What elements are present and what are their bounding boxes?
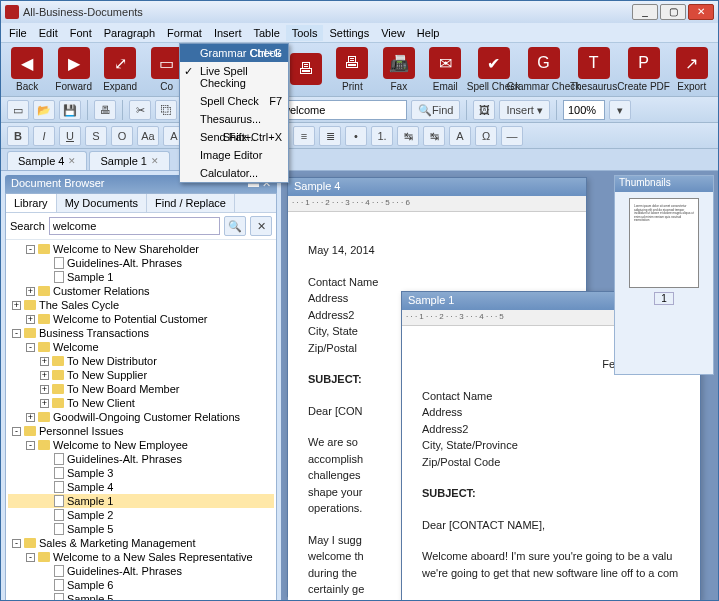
- tree-item[interactable]: +To New Distributor: [8, 354, 274, 368]
- toolbar-back[interactable]: ◀Back: [7, 47, 47, 92]
- expand-icon[interactable]: +: [12, 301, 21, 310]
- format-btn-11[interactable]: ≡: [293, 126, 315, 146]
- tree-item[interactable]: +Welcome to Potential Customer: [8, 312, 274, 326]
- menu-view[interactable]: View: [375, 25, 411, 41]
- menu-format[interactable]: Format: [161, 25, 208, 41]
- thumbnail-page[interactable]: Lorem ipsum dolor sit amet consectetur a…: [629, 198, 699, 288]
- menu-settings[interactable]: Settings: [323, 25, 375, 41]
- doc-title[interactable]: Sample 4: [288, 178, 586, 196]
- expand-icon[interactable]: -: [26, 245, 35, 254]
- toolbar-thesaurus[interactable]: TThesaurus: [572, 47, 616, 92]
- toolbar-create-pdf[interactable]: PCreate PDF: [622, 47, 666, 92]
- toolbar-expand[interactable]: ⤢Expand: [100, 47, 140, 92]
- menu-file[interactable]: File: [3, 25, 33, 41]
- expand-icon[interactable]: +: [40, 357, 49, 366]
- toolbar-print[interactable]: 🖶Print: [332, 47, 372, 92]
- doc-tab[interactable]: Sample 1✕: [89, 151, 169, 170]
- tools-menu-item[interactable]: Calculator...: [180, 164, 288, 182]
- tree-item[interactable]: +The Sales Cycle: [8, 298, 274, 312]
- new-icon[interactable]: ▭: [7, 100, 29, 120]
- zoom-dropdown-icon[interactable]: ▾: [609, 100, 631, 120]
- toolbar-export[interactable]: ↗Export: [672, 47, 712, 92]
- search-clear-icon[interactable]: ✕: [250, 216, 272, 236]
- tools-menu-item[interactable]: Image Editor: [180, 146, 288, 164]
- tree-item[interactable]: +To New Board Member: [8, 382, 274, 396]
- tree-item[interactable]: Sample 6: [8, 578, 274, 592]
- expand-icon[interactable]: +: [40, 399, 49, 408]
- expand-icon[interactable]: -: [12, 539, 21, 548]
- tree-item[interactable]: Guidelines-Alt. Phrases: [8, 256, 274, 270]
- toolbar-forward[interactable]: ▶Forward: [53, 47, 93, 92]
- tools-menu-item[interactable]: ✓Live Spell Checking: [180, 62, 288, 92]
- tree-item[interactable]: Guidelines-Alt. Phrases: [8, 564, 274, 578]
- format-btn-17[interactable]: A: [449, 126, 471, 146]
- expand-icon[interactable]: -: [26, 441, 35, 450]
- expand-icon[interactable]: -: [26, 343, 35, 352]
- library-tab[interactable]: Library: [6, 194, 57, 212]
- close-button[interactable]: ✕: [688, 4, 714, 20]
- tree-item[interactable]: Sample 3: [8, 466, 274, 480]
- expand-icon[interactable]: +: [26, 287, 35, 296]
- expand-icon[interactable]: -: [12, 427, 21, 436]
- tree-item[interactable]: Sample 1: [8, 494, 274, 508]
- library-tab[interactable]: Find / Replace: [147, 194, 235, 212]
- tools-menu-item[interactable]: Send Fax...Shift+Ctrl+X: [180, 128, 288, 146]
- expand-icon[interactable]: -: [12, 329, 21, 338]
- menu-insert[interactable]: Insert: [208, 25, 248, 41]
- tree-item[interactable]: -Business Transactions: [8, 326, 274, 340]
- tree-item[interactable]: -Welcome to New Shareholder: [8, 242, 274, 256]
- menu-help[interactable]: Help: [411, 25, 446, 41]
- save-icon[interactable]: 💾: [59, 100, 81, 120]
- expand-icon[interactable]: +: [26, 315, 35, 324]
- tree-item[interactable]: Sample 1: [8, 270, 274, 284]
- tree-item[interactable]: +Goodwill-Ongoing Customer Relations: [8, 410, 274, 424]
- format-btn-18[interactable]: Ω: [475, 126, 497, 146]
- tree-item[interactable]: Sample 5: [8, 522, 274, 536]
- menu-table[interactable]: Table: [247, 25, 285, 41]
- tree-item[interactable]: +To New Supplier: [8, 368, 274, 382]
- format-btn-19[interactable]: —: [501, 126, 523, 146]
- format-btn-2[interactable]: U: [59, 126, 81, 146]
- expand-icon[interactable]: +: [26, 413, 35, 422]
- format-btn-3[interactable]: S: [85, 126, 107, 146]
- image-icon[interactable]: 🖼: [473, 100, 495, 120]
- tree-item[interactable]: -Personnel Issues: [8, 424, 274, 438]
- expand-icon[interactable]: -: [26, 553, 35, 562]
- find-button[interactable]: 🔍Find: [411, 100, 460, 120]
- tree-item[interactable]: +To New Client: [8, 396, 274, 410]
- toolbar-grammar-check[interactable]: GGrammar Check: [522, 47, 566, 92]
- menu-paragraph[interactable]: Paragraph: [98, 25, 161, 41]
- maximize-button[interactable]: ▢: [660, 4, 686, 20]
- format-btn-15[interactable]: ↹: [397, 126, 419, 146]
- search-go-icon[interactable]: 🔍: [224, 216, 246, 236]
- tools-menu-item[interactable]: Grammar CheckCtrl+G: [180, 44, 288, 62]
- format-btn-16[interactable]: ↹: [423, 126, 445, 146]
- tree-item[interactable]: -Welcome: [8, 340, 274, 354]
- expand-icon[interactable]: +: [40, 371, 49, 380]
- menu-tools[interactable]: Tools: [286, 25, 324, 41]
- minimize-button[interactable]: _: [632, 4, 658, 20]
- open-icon[interactable]: 📂: [33, 100, 55, 120]
- print-icon[interactable]: 🖶: [94, 100, 116, 120]
- format-btn-4[interactable]: O: [111, 126, 133, 146]
- library-tab[interactable]: My Documents: [57, 194, 147, 212]
- doc-tab[interactable]: Sample 4✕: [7, 151, 87, 170]
- format-btn-13[interactable]: •: [345, 126, 367, 146]
- format-btn-1[interactable]: I: [33, 126, 55, 146]
- zoom-input[interactable]: [563, 100, 605, 120]
- tools-menu-item[interactable]: Spell CheckF7: [180, 92, 288, 110]
- tree-item[interactable]: -Welcome to a New Sales Representative: [8, 550, 274, 564]
- insert-button[interactable]: Insert ▾: [499, 100, 550, 120]
- format-btn-5[interactable]: Aa: [137, 126, 159, 146]
- format-btn-12[interactable]: ≣: [319, 126, 341, 146]
- menu-font[interactable]: Font: [64, 25, 98, 41]
- library-search-input[interactable]: [49, 217, 220, 235]
- thumbnail-number[interactable]: 1: [654, 292, 674, 305]
- toolbar-email[interactable]: ✉Email: [425, 47, 465, 92]
- tree-item[interactable]: Sample 4: [8, 480, 274, 494]
- menu-edit[interactable]: Edit: [33, 25, 64, 41]
- search-input[interactable]: [277, 100, 407, 120]
- expand-icon[interactable]: +: [40, 385, 49, 394]
- toolbar-fax[interactable]: 📠Fax: [379, 47, 419, 92]
- tree-item[interactable]: Sample 2: [8, 508, 274, 522]
